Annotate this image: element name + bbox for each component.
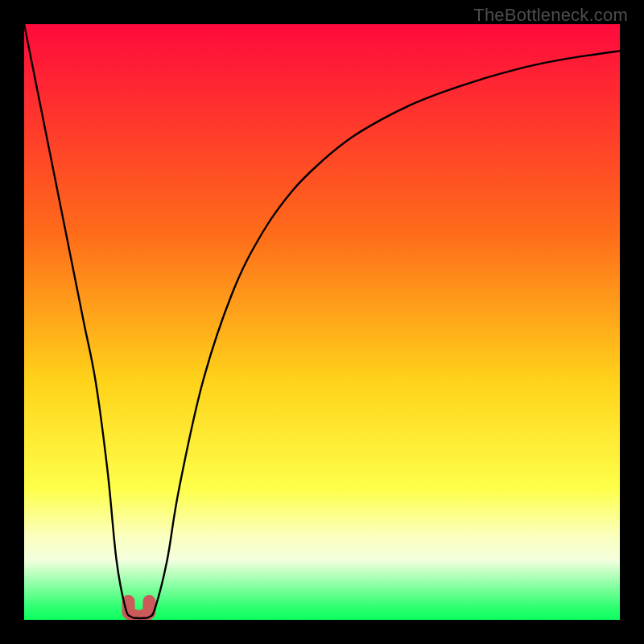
chart-plot-area: [24, 24, 620, 620]
minimum-marker: [129, 601, 150, 617]
curve-line: [24, 24, 620, 618]
bottleneck-curve-svg: [24, 24, 620, 620]
chart-frame: TheBottleneck.com: [0, 0, 644, 644]
watermark-text: TheBottleneck.com: [473, 5, 628, 26]
